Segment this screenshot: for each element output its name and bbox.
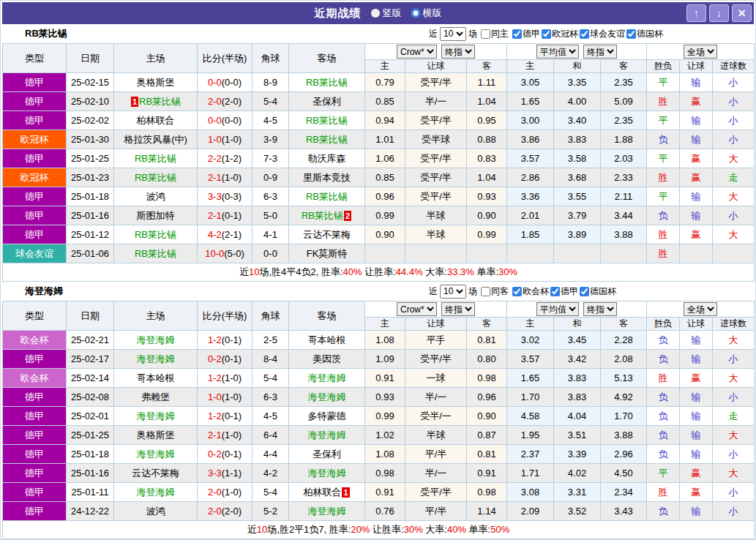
team-link[interactable]: 海登海姆 (137, 449, 175, 460)
team-link[interactable]: 海登海姆 (308, 506, 346, 517)
league-filter-label: 德国杯 (637, 28, 663, 40)
team-link[interactable]: 圣保利 (312, 449, 341, 460)
odds-view-select[interactable]: 终指 (583, 45, 617, 59)
team-link[interactable]: RB莱比锡 (135, 248, 176, 259)
league-filter[interactable]: 德甲 (550, 285, 578, 298)
team-link[interactable]: 奥格斯堡 (137, 77, 175, 88)
team-link[interactable]: 海登海姆 (137, 487, 175, 498)
league-filter[interactable]: 德国杯 (580, 285, 616, 298)
layout-radio-vertical[interactable]: 竖版 (371, 7, 402, 20)
average-group-header: 平均值终指 (507, 301, 647, 318)
half-score: (2-0) (222, 506, 242, 517)
team-link[interactable]: 里斯本竞技 (303, 172, 351, 183)
half-score: (1-0) (222, 430, 242, 440)
team-link[interactable]: 弗赖堡 (141, 391, 170, 402)
league-checkbox[interactable] (512, 29, 522, 39)
team-link[interactable]: 多特蒙德 (308, 410, 346, 421)
league-checkbox[interactable] (512, 287, 522, 296)
team-link[interactable]: 哥本哈根 (137, 372, 175, 383)
team-link[interactable]: 奥格斯堡 (137, 430, 175, 440)
league-checkbox[interactable] (626, 29, 636, 39)
league-checkbox[interactable] (580, 287, 589, 296)
team-link[interactable]: RB莱比锡 (135, 172, 176, 183)
away-team-cell: 多特蒙德 (289, 407, 365, 426)
league-checkbox[interactable] (580, 29, 589, 39)
odds-view-select[interactable]: 全场 (684, 45, 717, 59)
full-score: 10-0 (205, 248, 224, 259)
full-score: 1-2 (208, 410, 222, 421)
home-team-cell: 波鸿 (114, 502, 198, 521)
col-header-score: 比分(半场) (198, 301, 252, 331)
team-link[interactable]: RB莱比锡 (135, 229, 176, 240)
venue-checkbox[interactable] (481, 29, 490, 39)
sub-header: 进球数 (713, 60, 755, 73)
team-link[interactable]: RB莱比锡 (135, 153, 176, 164)
league-cell: 德甲 (3, 464, 67, 483)
team-link[interactable]: 圣保利 (312, 96, 341, 107)
matches-select[interactable]: 10 (440, 285, 466, 299)
team-link[interactable]: 云达不莱梅 (132, 468, 179, 479)
odds-view-select[interactable]: 平均值 (536, 45, 579, 59)
venue-checkbox[interactable] (481, 287, 490, 296)
team-link[interactable]: RB莱比锡 (306, 134, 348, 145)
sub-header: 客 (467, 60, 507, 73)
matches-table: 类型 日期 主场 比分(半场) 角球 客场 Crow*终指 平均值终指 全场 主… (2, 301, 755, 539)
team-link[interactable]: 格拉茨风暴(中) (124, 134, 187, 145)
team-link[interactable]: 海登海姆 (137, 353, 175, 364)
team-link[interactable]: FK莫斯特 (307, 248, 348, 259)
venue-filter[interactable]: 同客 (481, 285, 509, 298)
team-link[interactable]: 波鸿 (146, 506, 165, 517)
odds-view-select[interactable]: 平均值 (536, 302, 579, 316)
team-link[interactable]: RB莱比锡 (139, 96, 181, 107)
odds-view-select[interactable]: Crow* (397, 302, 437, 316)
team-link[interactable]: 斯图加特 (137, 210, 175, 221)
avg-draw-cell: 3.83 (554, 369, 601, 388)
league-filter[interactable]: 德国杯 (626, 28, 663, 40)
result-cell: 胜 (647, 483, 680, 502)
league-checkbox[interactable] (542, 29, 551, 39)
close-button[interactable]: ✕ (732, 4, 752, 22)
odds-view-select[interactable]: 全场 (684, 302, 717, 316)
team-link[interactable]: 哥本哈根 (308, 334, 346, 345)
layout-radio-horizontal[interactable]: 横版 (411, 7, 442, 20)
team-link[interactable]: 海登海姆 (308, 468, 346, 479)
league-filter[interactable]: 球会友谊 (580, 28, 625, 40)
avg-draw-cell: 3.39 (554, 445, 601, 464)
team-link[interactable]: 海登海姆 (308, 372, 346, 383)
odds-view-select[interactable]: Crow* (397, 45, 437, 59)
team-link[interactable]: 海登海姆 (137, 410, 175, 421)
team-link[interactable]: 柏林联合 (137, 115, 175, 126)
league-filter[interactable]: 欧会杯 (512, 285, 549, 298)
team-link[interactable]: RB莱比锡 (302, 210, 343, 221)
avg-away-cell: 3.88 (601, 225, 647, 244)
team-link[interactable]: 云达不莱梅 (303, 229, 351, 240)
league-cell: 德甲 (3, 92, 67, 111)
half-score: (0-3) (222, 191, 242, 202)
move-up-button[interactable]: ↑ (686, 4, 706, 22)
venue-filter[interactable]: 同主 (481, 28, 509, 40)
odds-view-select[interactable]: 终指 (441, 302, 475, 316)
team-link[interactable]: 波鸿 (146, 191, 165, 202)
team-link[interactable]: RB莱比锡 (306, 115, 348, 126)
summary-value: 20% (351, 524, 370, 535)
team-link[interactable]: 海登海姆 (137, 334, 175, 345)
team-link[interactable]: 海登海姆 (308, 391, 346, 402)
league-filter[interactable]: 德甲 (512, 28, 540, 40)
summary-text: 近 (239, 266, 249, 277)
team-link[interactable]: RB莱比锡 (306, 77, 348, 88)
home-team-cell: 云达不莱梅 (114, 464, 198, 483)
half-score: (1-1) (222, 468, 242, 479)
league-checkbox[interactable] (550, 287, 560, 296)
odds-view-select[interactable]: 终指 (441, 45, 475, 59)
league-filter-label: 欧会杯 (523, 285, 549, 298)
odds-home-cell: 1.01 (365, 130, 405, 149)
team-link[interactable]: 美因茨 (312, 353, 341, 364)
matches-select[interactable]: 10 (440, 27, 466, 41)
team-link[interactable]: 勒沃库森 (308, 153, 346, 164)
team-link[interactable]: 柏林联合 (303, 487, 341, 498)
league-filter[interactable]: 欧冠杯 (542, 28, 578, 40)
team-link[interactable]: 海登海姆 (308, 430, 346, 440)
odds-view-select[interactable]: 终指 (583, 302, 617, 316)
team-link[interactable]: RB莱比锡 (306, 191, 348, 202)
move-down-button[interactable]: ↓ (709, 4, 729, 22)
